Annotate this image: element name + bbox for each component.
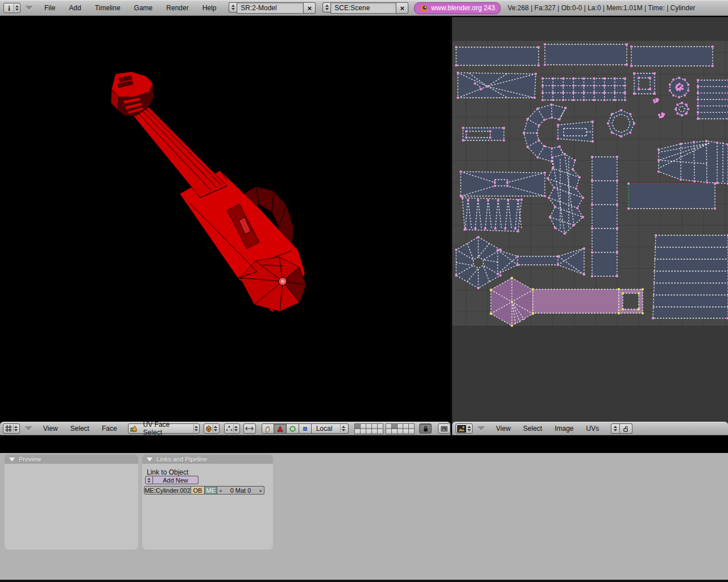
header-collapse-icon-3d[interactable]: [24, 426, 32, 431]
editor-type-spinner-3d[interactable]: [13, 425, 19, 433]
island-organic-patch[interactable]: [547, 153, 584, 235]
header-collapse-icon[interactable]: [25, 6, 33, 10]
island-trapezoid[interactable]: [557, 120, 594, 143]
model-face-6[interactable]: [133, 107, 227, 198]
screen-selector[interactable]: SR:2-Model ×: [229, 2, 316, 14]
add-new-button[interactable]: Add New: [153, 476, 198, 484]
island-bowtie-2[interactable]: [460, 171, 546, 197]
blender-version-button[interactable]: www.blender.org 243: [414, 2, 500, 14]
island-dense-disc[interactable]: [669, 77, 689, 98]
uv-lock-button[interactable]: [620, 423, 632, 434]
links-pipeline-panel: Links and Pipeline Link to Object Add Ne…: [142, 455, 273, 550]
island-bone[interactable]: [497, 247, 585, 276]
ob-button[interactable]: OB: [191, 486, 205, 494]
layer-buttons: [354, 423, 414, 434]
screen-close-button[interactable]: ×: [304, 2, 316, 14]
pivot-spinner[interactable]: [233, 425, 239, 433]
window-separator[interactable]: [0, 435, 728, 453]
material-counter[interactable]: ◂ 0 Mat 0 ▸: [217, 486, 264, 494]
topbar-menu-help[interactable]: Help: [196, 4, 224, 12]
manipulator-translate-button[interactable]: [274, 423, 287, 434]
counter-left-arrow[interactable]: ◂: [219, 488, 222, 493]
proportional-edit-button[interactable]: [243, 423, 256, 434]
island-stripes-bottom-right[interactable]: [652, 234, 728, 319]
scene-selector[interactable]: SCE:Scene ×: [322, 2, 408, 14]
layer-toggle-10[interactable]: [377, 429, 383, 434]
island-small-ring[interactable]: [675, 102, 689, 117]
island-grid-strip[interactable]: [541, 77, 626, 101]
view3d-menu-select[interactable]: Select: [64, 425, 96, 433]
island-rect-2[interactable]: [544, 43, 628, 66]
topbar-menu-render[interactable]: Render: [159, 4, 195, 12]
island-octagon-ring[interactable]: [607, 109, 635, 138]
topbar-menu-add[interactable]: Add: [62, 4, 88, 12]
header-collapse-icon-uv[interactable]: [477, 426, 485, 431]
uv-pin-spinner[interactable]: [611, 423, 620, 434]
island-selected-bar[interactable]: [532, 288, 620, 314]
island-square-ring[interactable]: [633, 72, 656, 95]
counter-right-arrow[interactable]: ▸: [259, 488, 262, 493]
island-ladder[interactable]: [591, 156, 618, 277]
uv-menu-image[interactable]: Image: [548, 425, 580, 433]
pivot-button[interactable]: [224, 423, 240, 434]
editor-type-button-uv[interactable]: [456, 423, 473, 434]
topbar-menu-file[interactable]: File: [38, 4, 62, 12]
editor-type-button-3d[interactable]: [3, 423, 20, 434]
topbar-menu-timeline[interactable]: Timeline: [88, 4, 127, 12]
topbar-menu-game[interactable]: Game: [127, 4, 160, 12]
island-rect-1[interactable]: [455, 46, 540, 66]
island-selected-hexagon[interactable]: [490, 277, 534, 327]
uv-menu-view[interactable]: View: [490, 425, 517, 433]
lock-button[interactable]: [419, 423, 432, 434]
model-canvas[interactable]: [0, 17, 450, 422]
island-fringe[interactable]: [461, 197, 523, 232]
viewport-3d[interactable]: ViewSelectFace UV Face Select: [0, 17, 452, 435]
island-rect-3[interactable]: [630, 45, 714, 67]
mesh-name-field[interactable]: ME:Cylinder.002: [144, 486, 191, 494]
links-panel-header[interactable]: Links and Pipeline: [142, 455, 273, 464]
screen-selector-spinner[interactable]: [229, 2, 237, 13]
face-select-mode-icon: [129, 424, 140, 434]
island-inset-rect[interactable]: [462, 127, 505, 142]
screen-selector-field[interactable]: SR:2-Model: [237, 2, 304, 14]
uv-menu-uvs[interactable]: UVs: [580, 425, 606, 433]
mode-dropdown-spinner[interactable]: [193, 425, 199, 433]
orientation-dropdown[interactable]: Local: [312, 423, 349, 434]
grid-editor-icon: [4, 425, 13, 433]
island-dot-1[interactable]: [653, 98, 659, 103]
window-type-spinner[interactable]: [14, 4, 19, 12]
island-selected-square[interactable]: [618, 288, 644, 314]
manipulator-scale-button[interactable]: [299, 423, 312, 434]
editors-area: ViewSelectFace UV Face Select: [0, 16, 728, 435]
window-type-button[interactable]: i: [3, 3, 20, 13]
editor-type-spinner-uv[interactable]: [466, 425, 471, 433]
layer-toggle-20[interactable]: [408, 429, 415, 434]
add-new-row: Add New: [145, 476, 198, 484]
me-button[interactable]: ME: [205, 486, 217, 494]
orientation-spinner[interactable]: [340, 425, 346, 433]
draw-type-button[interactable]: [204, 423, 220, 434]
island-stripes-right-top[interactable]: [697, 79, 728, 120]
island-wing[interactable]: [657, 140, 728, 185]
panel-collapse-icon[interactable]: [147, 458, 152, 462]
scene-close-button[interactable]: ×: [396, 2, 408, 14]
manipulator-rotate-button[interactable]: [287, 423, 299, 434]
uv-islands-canvas[interactable]: [452, 17, 728, 422]
uv-image-editor[interactable]: ViewSelectImageUVs: [452, 17, 728, 435]
island-flower[interactable]: [455, 236, 502, 289]
scene-selector-spinner[interactable]: [322, 2, 330, 13]
mesh-browse-spinner[interactable]: [145, 476, 153, 484]
preview-panel-header[interactable]: Preview: [5, 455, 138, 464]
island-seam-rect[interactable]: [627, 182, 716, 210]
view3d-menu-face[interactable]: Face: [96, 425, 123, 433]
scene-selector-field[interactable]: SCE:Scene: [330, 2, 396, 14]
island-dot-2[interactable]: [658, 113, 665, 118]
panel-collapse-icon[interactable]: [9, 458, 15, 462]
mode-dropdown[interactable]: UV Face Select: [128, 423, 200, 434]
draw-type-spinner[interactable]: [213, 425, 218, 433]
view3d-menu-view[interactable]: View: [37, 425, 64, 433]
render-preview-button[interactable]: [438, 423, 450, 434]
island-bowtie-1[interactable]: [457, 72, 537, 99]
uv-menu-select[interactable]: Select: [517, 425, 548, 433]
manipulator-hand-button[interactable]: [262, 423, 274, 434]
